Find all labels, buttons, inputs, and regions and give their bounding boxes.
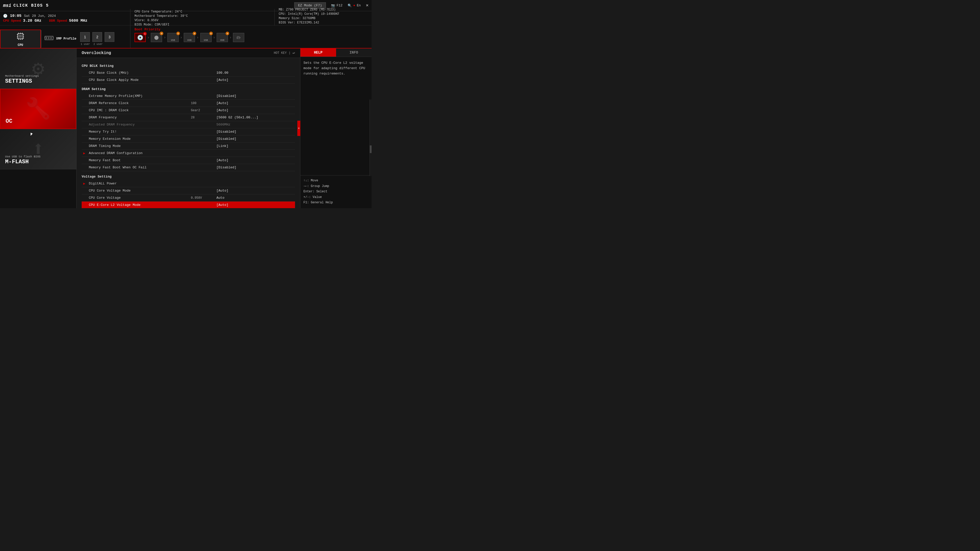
svg-rect-15 bbox=[46, 37, 47, 39]
setting-name-cpu-core-v: CPU Core Voltage bbox=[89, 196, 191, 200]
help-scrollbar[interactable] bbox=[369, 100, 372, 176]
sidebar-item-settings[interactable]: ⚙ Motherboard settings SETTINGS bbox=[0, 48, 76, 89]
main-content: Overclocking HOT KEY | ↩ CPU BCLK Settin… bbox=[76, 48, 300, 208]
boot-device-1[interactable]: 💿 1 bbox=[135, 33, 146, 42]
ddr-speed-value: 5600 MHz bbox=[69, 19, 87, 23]
setting-value-dram-freq: [5600 G2 (56x1.00...] bbox=[216, 116, 293, 119]
setting-row-adj-dram-freq: Adjusted DRAM Frequency 5600MHz bbox=[82, 121, 295, 128]
group-title-dram: DRAM Setting bbox=[82, 87, 295, 91]
content-header: Overclocking HOT KEY | ↩ bbox=[76, 48, 300, 58]
boot-badge-u-6: U bbox=[226, 32, 229, 35]
setting-row-cpu-core-v[interactable]: CPU Core Voltage 0.958V Auto bbox=[82, 194, 295, 202]
boot-device-7[interactable]: 🗁 bbox=[233, 33, 244, 42]
xmp-sub-1: 1 user bbox=[80, 43, 91, 46]
setting-value-adj-dram-freq: 5600MHz bbox=[216, 123, 293, 127]
xmp-icon bbox=[45, 34, 54, 44]
ddr-speed-item: DDR Speed 5600 MHz bbox=[49, 19, 87, 23]
setting-row-cpu-core-v-mode[interactable]: CPU Core Voltage Mode [Auto] bbox=[82, 187, 295, 194]
sidebar-item-oc[interactable]: 🔧 OC bbox=[0, 89, 76, 129]
boot-device-6[interactable]: U USB bbox=[217, 33, 228, 42]
boot-priority-title: Boot Priority bbox=[135, 27, 368, 32]
boot-badge-u-2: U bbox=[160, 32, 163, 35]
cpu-speed-value: 3.20 GHz bbox=[23, 19, 41, 23]
setting-name-cpu-core-v-mode: CPU Core Voltage Mode bbox=[89, 189, 191, 192]
xmp-button-2[interactable]: 2 bbox=[92, 32, 102, 42]
setting-row-mem-ext[interactable]: Memory Extension Mode [Disabled] bbox=[82, 135, 295, 143]
setting-row-dram-ref-clk[interactable]: DRAM Reference Clock 100 [Auto] bbox=[82, 100, 295, 107]
setting-row-mem-fast-boot-oc[interactable]: Memory Fast Boot When OC Fail [Disabled] bbox=[82, 164, 295, 171]
help-content: Sets the CPU E-Core L2 voltage mode for … bbox=[301, 57, 372, 175]
setting-name-mem-fast-boot: Memory Fast Boot bbox=[89, 159, 191, 162]
setting-value-xmp: [Disabled] bbox=[216, 94, 293, 98]
setting-name-cpu-base-clock-mode: CPU Base Clock Apply Mode bbox=[89, 78, 191, 82]
boot-arrow-5: › bbox=[213, 35, 215, 40]
boot-device-5[interactable]: U USB bbox=[200, 33, 212, 42]
main-layout: ⚙ Motherboard settings SETTINGS 🔧 OC ⬆ U… bbox=[0, 48, 372, 208]
setting-name-digitall: DigitALL Power bbox=[89, 182, 191, 186]
boot-device-icon-6: U USB bbox=[217, 33, 228, 42]
setting-mid-cpu-core-v: 0.958V bbox=[191, 196, 216, 200]
speed-row: CPU Speed 3.20 GHz DDR Speed 5600 MHz bbox=[3, 19, 127, 23]
sysinfo-mid: CPU Core Temperature: 24°C Motherboard T… bbox=[130, 9, 275, 27]
cpu-speed-label: CPU Speed bbox=[3, 19, 21, 23]
hotkey-area: HOT KEY | ↩ bbox=[274, 51, 295, 56]
right-panel-tabs: HELP INFO bbox=[301, 48, 372, 57]
header-left: msi CLICK BIOS 5 bbox=[3, 3, 49, 8]
xmp-label: XMP Profile bbox=[56, 37, 76, 41]
cpu-boost-button[interactable]: CPU bbox=[0, 30, 41, 48]
help-scrollbar-thumb bbox=[370, 145, 372, 153]
setting-mid-cpu-imc: Gear2 bbox=[191, 109, 216, 112]
setting-row-cpu-imc[interactable]: CPU IMC : DRAM Clock Gear2 [Auto] bbox=[82, 107, 295, 114]
settings-sublabel: Motherboard settings bbox=[5, 75, 39, 78]
keybind-enter: Enter: Select bbox=[304, 189, 369, 195]
group-title-bclk: CPU BCLK Setting bbox=[82, 64, 295, 68]
svg-rect-16 bbox=[48, 37, 49, 39]
boot-badge-u-3: U bbox=[177, 32, 180, 35]
setting-row-xmp[interactable]: Extreme Memory Profile(XMP) [Disabled] bbox=[82, 93, 295, 100]
setting-value-cpu-imc: [Auto] bbox=[216, 108, 293, 112]
info-tab[interactable]: INFO bbox=[336, 48, 372, 57]
setting-mid-dram-ref-clk: 100 bbox=[191, 102, 216, 105]
usb-label-3: USB bbox=[171, 39, 175, 41]
help-tab[interactable]: HELP bbox=[301, 48, 336, 57]
game-boost-section: CPU XMP Profile 1 2 3 bbox=[0, 25, 130, 48]
clock-icon: 🕐 bbox=[3, 14, 7, 18]
bios-title: CLICK BIOS 5 bbox=[13, 3, 49, 8]
boot-device-4[interactable]: U USB bbox=[184, 33, 195, 42]
setting-row-cpu-base-clock[interactable]: CPU Base Clock (MHz) 100.00 bbox=[82, 69, 295, 76]
xmp-sub-2: 2 user bbox=[92, 43, 104, 46]
xmp-button-1[interactable]: 1 bbox=[80, 32, 90, 42]
boot-priority-section: Boot Priority 💿 1 › ⬤ U › bbox=[130, 25, 372, 48]
keybind-group: →←: Group Jump bbox=[304, 184, 369, 189]
keybind-value: +/-: Value bbox=[304, 195, 369, 200]
hdd-icon: ⬤ bbox=[154, 35, 159, 40]
setting-value-mem-try: [Disabled] bbox=[216, 130, 293, 134]
setting-row-adv-dram[interactable]: ▶ Advanced DRAM Configuration bbox=[82, 150, 295, 157]
setting-row-dram-timing[interactable]: DRAM Timing Mode [Link] bbox=[82, 143, 295, 150]
setting-name-mem-fast-boot-oc: Memory Fast Boot When OC Fail bbox=[89, 165, 191, 169]
boot-badge-u-4: U bbox=[192, 32, 196, 35]
boot-device-2[interactable]: ⬤ U bbox=[151, 33, 162, 42]
content-body: CPU BCLK Setting CPU Base Clock (MHz) 10… bbox=[76, 58, 300, 208]
xmp-button-3[interactable]: 3 bbox=[105, 32, 115, 42]
setting-name-cpu-ecore-l2-v-mode: CPU E-Core L2 Voltage Mode bbox=[89, 203, 191, 207]
panel-collapse-button[interactable]: ≡ bbox=[298, 121, 301, 136]
mb-name: MB: Z790 PROJECT ZERO (MS-7E23) bbox=[279, 8, 368, 11]
setting-row-digitall[interactable]: ▶ DigitALL Power bbox=[82, 180, 295, 187]
setting-row-cpu-ecore-l2-v-mode[interactable]: CPU E-Core L2 Voltage Mode [Auto] bbox=[82, 202, 295, 208]
bios-version: BIOS Ver: E7E23IMS.142 bbox=[279, 21, 368, 24]
boot-device-3[interactable]: U USB bbox=[167, 33, 179, 42]
setting-row-mem-try[interactable]: Memory Try It! [Disabled] bbox=[82, 128, 295, 135]
boost-area: GAME BOOST bbox=[0, 25, 372, 48]
boot-arrow-6: › bbox=[229, 35, 231, 40]
network-drive-icon: 🗁 bbox=[237, 35, 241, 40]
sidebar-item-mflash[interactable]: ⬆ Use USB to flash BIOS M-FLASH bbox=[0, 129, 76, 169]
setting-row-cpu-base-clock-mode[interactable]: CPU Base Clock Apply Mode [Auto] bbox=[82, 76, 295, 84]
setting-row-mem-fast-boot[interactable]: Memory Fast Boot [Auto] bbox=[82, 157, 295, 164]
setting-value-mem-ext: [Disabled] bbox=[216, 137, 293, 141]
memory-size: Memory Size: 32768MB bbox=[279, 17, 368, 20]
setting-row-dram-freq[interactable]: DRAM Frequency 28 [5600 G2 (56x1.00...] bbox=[82, 114, 295, 121]
time-display: 10:05 bbox=[10, 14, 21, 18]
boot-device-icon-2: ⬤ U bbox=[151, 33, 162, 42]
back-icon[interactable]: ↩ bbox=[293, 51, 295, 56]
